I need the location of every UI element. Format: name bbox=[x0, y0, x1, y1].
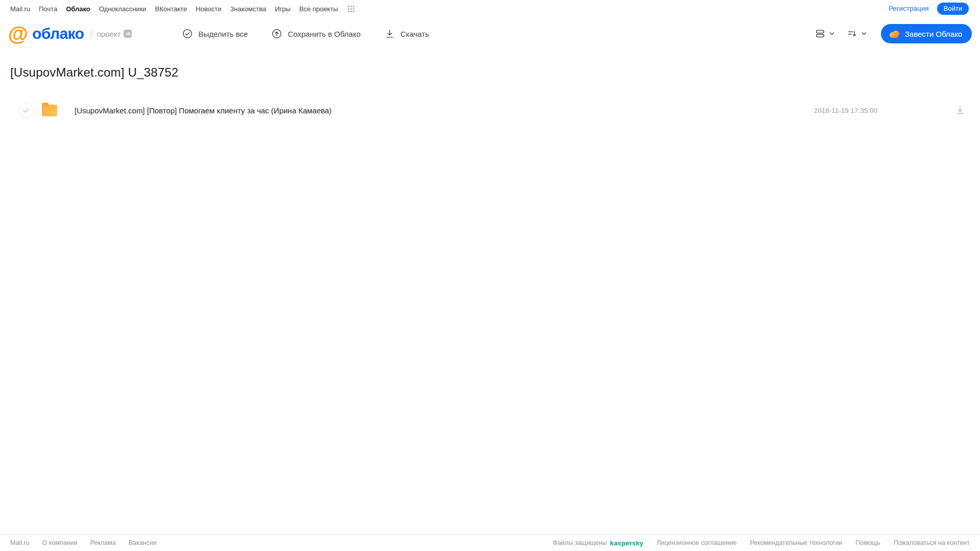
footer-ads-link[interactable]: Реклама bbox=[90, 539, 115, 546]
file-checkbox[interactable] bbox=[18, 103, 34, 118]
footer-jobs-link[interactable]: Вакансии bbox=[129, 539, 157, 546]
folder-icon bbox=[42, 105, 57, 116]
file-date: 2018-11-19 17:35:00 bbox=[814, 107, 877, 114]
auth-area: Регистрация Войти bbox=[889, 3, 969, 15]
apps-grid-icon[interactable] bbox=[347, 5, 355, 13]
page-footer: Mail.ru О компании Реклама Вакансии Файл… bbox=[0, 534, 980, 551]
download-icon bbox=[384, 28, 395, 39]
view-mode-dropdown[interactable] bbox=[815, 28, 835, 39]
kaspersky-logo[interactable]: kaspersky bbox=[610, 539, 643, 547]
chevron-down-icon bbox=[861, 30, 868, 37]
vk-badge-icon: vk bbox=[124, 30, 132, 38]
download-label: Скачать bbox=[400, 30, 429, 38]
mailru-at-icon: @ bbox=[8, 25, 28, 43]
view-controls: Завести Облако bbox=[815, 24, 972, 43]
file-name-link[interactable]: [UsupovMarket.com] [Повтор] Помогаем кли… bbox=[75, 106, 331, 115]
portal-nav: Mail.ru Почта Облако Одноклассники ВКонт… bbox=[10, 5, 355, 13]
cloud-logo[interactable]: @ облако | проект vk bbox=[8, 25, 132, 43]
cloud-share-page: Mail.ru Почта Облако Одноклассники ВКонт… bbox=[0, 0, 980, 551]
check-circle-icon bbox=[182, 28, 193, 39]
select-all-label: Выделить все bbox=[198, 30, 248, 38]
file-toolbar: Выделить все Сохранить в Облако Скачать bbox=[182, 28, 429, 39]
nav-mailru[interactable]: Mail.ru bbox=[10, 5, 30, 13]
kaspersky-protection: Файлы защищены kaspersky bbox=[553, 539, 643, 547]
footer-license-link[interactable]: Лицензионное соглашение bbox=[657, 539, 737, 546]
chevron-down-icon bbox=[828, 30, 835, 37]
nav-igry[interactable]: Игры bbox=[275, 5, 291, 13]
cloud-logo-text: облако bbox=[32, 25, 84, 42]
sort-dropdown[interactable] bbox=[847, 28, 868, 39]
nav-pochta[interactable]: Почта bbox=[39, 5, 57, 13]
list-view-icon bbox=[815, 28, 826, 39]
footer-left-links: Mail.ru О компании Реклама Вакансии bbox=[10, 539, 157, 546]
file-row[interactable]: [UsupovMarket.com] [Повтор] Помогаем кли… bbox=[0, 100, 980, 121]
content-area: [UsupovMarket.com] U_38752 [UsupovMarket… bbox=[0, 50, 980, 534]
select-all-button[interactable]: Выделить все bbox=[182, 28, 248, 39]
nav-vkontakte[interactable]: ВКонтакте bbox=[155, 5, 187, 13]
vk-project-label: проект bbox=[97, 30, 121, 38]
portal-topbar: Mail.ru Почта Облако Одноклассники ВКонт… bbox=[0, 0, 980, 17]
sort-icon bbox=[847, 28, 858, 39]
cloud-icon bbox=[889, 30, 900, 38]
download-icon bbox=[955, 105, 965, 115]
protected-text: Файлы защищены bbox=[553, 539, 607, 546]
nav-oblako[interactable]: Облако bbox=[66, 5, 90, 13]
cloud-upload-icon bbox=[271, 28, 282, 39]
logo-divider: | bbox=[90, 29, 92, 39]
create-cloud-label: Завести Облако bbox=[905, 30, 962, 38]
save-to-cloud-button[interactable]: Сохранить в Облако bbox=[271, 28, 361, 39]
footer-about-link[interactable]: О компании bbox=[42, 539, 78, 546]
nav-odnoklassniki[interactable]: Одноклассники bbox=[99, 5, 147, 13]
page-title: [UsupovMarket.com] U_38752 bbox=[10, 65, 980, 80]
cloud-header: @ облако | проект vk Выделить все Сохран… bbox=[0, 17, 980, 50]
nav-all-projects[interactable]: Все проекты bbox=[299, 5, 338, 13]
footer-report-link[interactable]: Пожаловаться на контент bbox=[894, 539, 970, 546]
create-cloud-button[interactable]: Завести Облако bbox=[881, 24, 972, 43]
nav-novosti[interactable]: Новости bbox=[196, 5, 221, 13]
login-button[interactable]: Войти bbox=[937, 3, 969, 15]
save-to-cloud-label: Сохранить в Облако bbox=[288, 30, 361, 38]
footer-right-links: Файлы защищены kaspersky Лицензионное со… bbox=[553, 539, 970, 547]
footer-recommendation-link[interactable]: Рекомендательные технологии bbox=[750, 539, 842, 546]
file-download-button[interactable] bbox=[955, 105, 965, 115]
registration-link[interactable]: Регистрация bbox=[889, 5, 929, 12]
check-icon bbox=[22, 107, 30, 113]
footer-mailru-link[interactable]: Mail.ru bbox=[10, 539, 30, 546]
download-button[interactable]: Скачать bbox=[384, 28, 429, 39]
footer-help-link[interactable]: Помощь bbox=[855, 539, 880, 546]
nav-znakomstva[interactable]: Знакомства bbox=[230, 5, 266, 13]
